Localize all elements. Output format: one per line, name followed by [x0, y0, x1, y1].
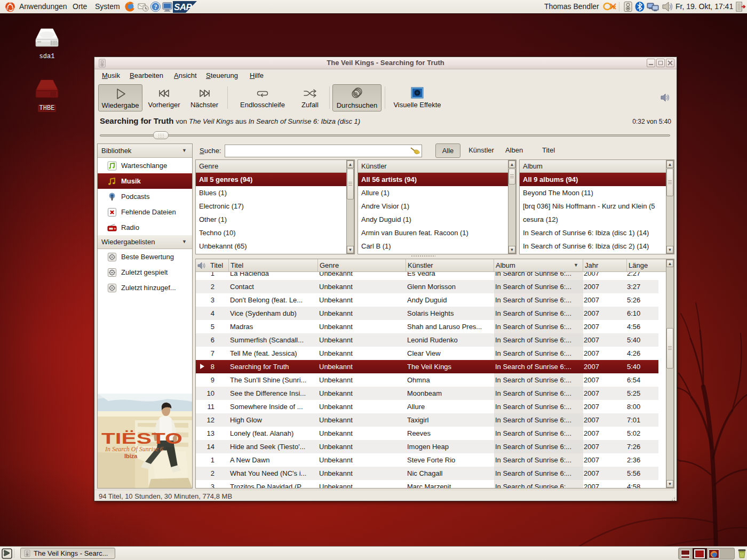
svg-text:In Search Of Sunrise 6: In Search Of Sunrise 6 — [105, 445, 163, 453]
svg-text:?: ? — [154, 4, 157, 10]
svg-text:Ibiza: Ibiza — [124, 453, 138, 459]
svg-text:TIËSTO: TIËSTO — [101, 429, 182, 447]
svg-text:SAP: SAP — [174, 2, 193, 12]
